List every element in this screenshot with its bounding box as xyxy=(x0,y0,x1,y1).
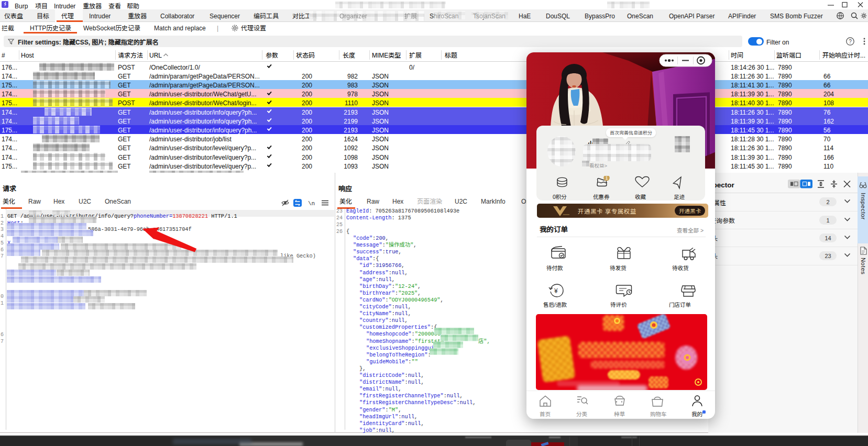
svg-text:¥: ¥ xyxy=(554,287,558,295)
svg-text:?: ? xyxy=(849,39,852,44)
svg-text:1: 1 xyxy=(606,176,608,181)
svg-text:\n: \n xyxy=(308,200,315,207)
